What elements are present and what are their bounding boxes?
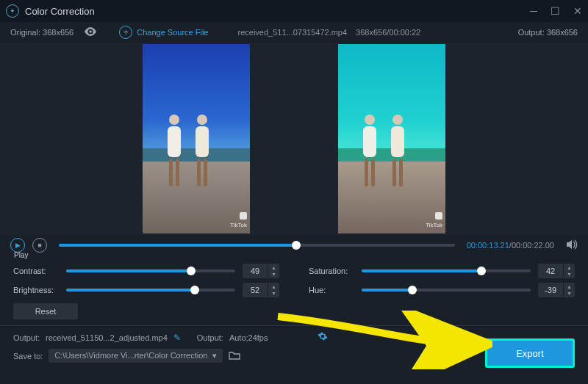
playback-bar: ▶ ■ 00:00:13.21/00:00:22.00 (0, 235, 588, 253)
source-file-name: received_511...07315472.mp4 (237, 28, 347, 37)
contrast-label: Contrast: (13, 267, 59, 275)
output-filename: received_51150...2_adjusted.mp4 (46, 333, 168, 342)
original-resolution: 368x656 (43, 28, 74, 37)
source-file-meta: 368x656/00:00:22 (356, 28, 420, 37)
saturation-label: Saturation: (309, 267, 354, 275)
saturation-down[interactable]: ▼ (564, 271, 575, 278)
brightness-up[interactable]: ▲ (268, 283, 279, 290)
app-logo-icon: ✦ (6, 4, 19, 18)
hue-row: Hue: -39▲▼ (309, 283, 575, 297)
hue-up[interactable]: ▲ (564, 283, 575, 290)
output-resolution: Output: 368x656 (518, 28, 578, 37)
adjustments-panel: Contrast: 49▲▼ Saturation: 42▲▼ Brightne… (0, 261, 588, 303)
plus-icon: + (119, 26, 132, 39)
stop-button[interactable]: ■ (32, 238, 47, 253)
brightness-down[interactable]: ▼ (268, 290, 279, 297)
reset-button[interactable]: Reset (13, 303, 78, 319)
hue-label: Hue: (309, 286, 354, 294)
saturation-slider[interactable] (362, 269, 531, 272)
output-format: Auto;24fps (229, 333, 268, 342)
contrast-value-box[interactable]: 49▲▼ (243, 264, 279, 278)
change-source-label: Change Source File (137, 28, 208, 37)
play-tooltip: Play (14, 251, 588, 259)
compare-toggle-icon[interactable] (84, 26, 97, 38)
brightness-label: Brightness: (13, 286, 59, 294)
watermark-icon: TikTok (426, 212, 442, 229)
contrast-slider[interactable] (66, 269, 235, 272)
save-path-field[interactable]: C:\Users\Vidmore Vi...rter\Color Correct… (49, 349, 222, 363)
close-button[interactable]: ✕ (573, 5, 582, 17)
volume-icon[interactable] (566, 239, 578, 252)
preview-original: TikTok (143, 44, 250, 233)
minimize-button[interactable]: ─ (530, 5, 537, 17)
contrast-row: Contrast: 49▲▼ (13, 264, 279, 278)
save-label: Save to: (13, 352, 43, 361)
original-label: Original: (10, 28, 40, 37)
svg-point-0 (89, 30, 92, 33)
timeline-slider[interactable] (59, 244, 455, 247)
playback-time: 00:00:13.21/00:00:22.00 (467, 241, 554, 250)
edit-filename-icon[interactable]: ✎ (173, 333, 181, 343)
export-button[interactable]: Export (485, 338, 575, 368)
brightness-value-box[interactable]: 52▲▼ (243, 283, 279, 297)
open-folder-icon[interactable] (229, 350, 240, 362)
divider (0, 325, 588, 326)
preview-stage: TikTok TikTok (0, 43, 588, 235)
brightness-row: Brightness: 52▲▼ (13, 283, 279, 297)
hue-slider[interactable] (362, 289, 531, 291)
saturation-value-box[interactable]: 42▲▼ (538, 264, 575, 278)
change-source-button[interactable]: + Change Source File (119, 26, 208, 39)
contrast-down[interactable]: ▼ (268, 271, 279, 278)
window-buttons: ─ ☐ ✕ (530, 5, 582, 17)
output-label: Output: (13, 333, 40, 342)
play-button[interactable]: ▶ (10, 238, 25, 253)
saturation-up[interactable]: ▲ (564, 264, 575, 271)
watermark-icon: TikTok (230, 212, 247, 229)
hue-down[interactable]: ▼ (564, 290, 575, 297)
output-format-label: Output: (197, 333, 223, 342)
window-title: Color Correction (25, 6, 95, 17)
title-bar: ✦ Color Correction ─ ☐ ✕ (0, 0, 588, 22)
preview-adjusted: TikTok (338, 44, 445, 233)
maximize-button[interactable]: ☐ (551, 5, 560, 17)
output-settings-icon[interactable] (318, 331, 328, 344)
brightness-slider[interactable] (66, 289, 235, 291)
info-bar: Original: 368x656 + Change Source File r… (0, 22, 588, 43)
saturation-row: Saturation: 42▲▼ (309, 264, 575, 278)
contrast-up[interactable]: ▲ (268, 264, 279, 271)
hue-value-box[interactable]: -39▲▼ (538, 283, 575, 297)
